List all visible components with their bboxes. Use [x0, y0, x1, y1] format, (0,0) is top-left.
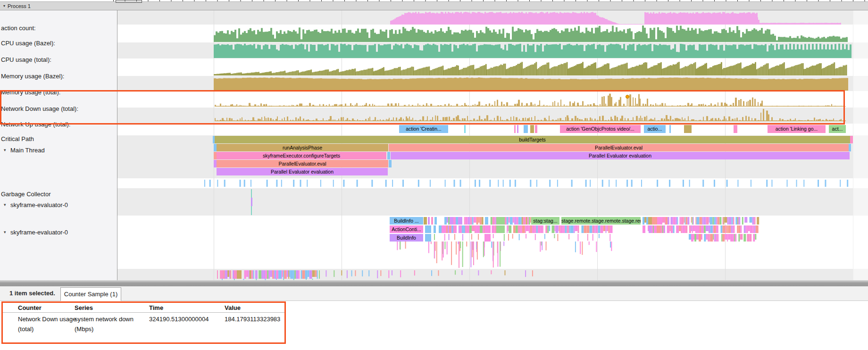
timeline-slice-tick[interactable] [431, 217, 433, 225]
collapse-arrow-icon[interactable]: ▾ [0, 148, 10, 152]
table-header-divider [3, 312, 284, 313]
timeline-slice[interactable]: Parallel Evaluator evaluation [217, 168, 388, 175]
track-row-background [117, 10, 868, 25]
cell-time: 324190.51300000004 [149, 316, 209, 323]
timeline-slice[interactable]: runAnalysisPhase [217, 144, 388, 151]
timeline-slice-tick[interactable] [496, 225, 505, 233]
track-label: Memory usage (Bazel): [1, 73, 64, 80]
timeline-slice-tick[interactable] [684, 125, 692, 133]
timeline-slice-tick[interactable] [734, 125, 737, 133]
timeline-slice-tick[interactable] [524, 125, 528, 133]
timeline-slice-tick[interactable] [425, 225, 431, 233]
timeline-slice[interactable]: ParallelEvaluator.eval [217, 160, 388, 167]
timeline-end-fade [853, 10, 868, 280]
sidebar-track-memory-usage-bazel[interactable]: Memory usage (Bazel): [0, 71, 117, 81]
sidebar-track-critical-path[interactable]: Critical Path [0, 134, 117, 143]
sidebar-track-memory-usage-total[interactable]: Memory usage (total): [0, 87, 117, 97]
collapse-arrow-icon[interactable]: ▾ [0, 230, 10, 234]
timeline-slice-tick[interactable] [387, 152, 390, 159]
sidebar-track-garbage-collector[interactable]: Garbage Collector [0, 189, 117, 199]
timeline-slice-tick[interactable] [849, 144, 851, 151]
track-label: skyframe-evaluator-0 [10, 201, 68, 208]
timeline-slice-tick[interactable] [434, 217, 437, 225]
sidebar-track-action-count[interactable]: action count: [0, 23, 117, 33]
track-row-background [117, 269, 868, 280]
analysis-panel: Counter Series Time Value Network Down u… [0, 301, 868, 350]
timeline-slice-tick[interactable] [428, 217, 430, 225]
timeline-slice-tick[interactable] [424, 217, 427, 225]
timeline-slice-tick[interactable] [669, 125, 671, 133]
timeline-slice[interactable]: stag:stag... [531, 217, 559, 225]
track-label: skyframe-evaluator-0 [10, 229, 68, 236]
timeline-slice[interactable]: BuildInfo ... [390, 217, 423, 225]
track-label: Main Thread [10, 147, 45, 154]
timeline-slice-tick[interactable] [425, 234, 431, 242]
track-label: Garbage Collector [1, 191, 51, 198]
track-row-background [117, 42, 868, 58]
timeline-slice[interactable]: act... [829, 125, 846, 133]
track-label: CPU usage (Bazel): [1, 40, 55, 47]
timeline-slice-tick[interactable] [484, 234, 491, 242]
track-label: Network Down usage (total): [1, 105, 78, 112]
trace-viewer: ▾ Process 1 action count:CPU usage (Baze… [0, 0, 868, 350]
timeline-ruler[interactable] [116, 0, 142, 3]
cell-counter-line1: Network Down usage [18, 316, 76, 323]
timeline-slice[interactable]: ParallelEvaluator.eval [389, 144, 849, 151]
timeline-slice[interactable]: action 'GenObjcProtos video/... [560, 125, 641, 133]
track-row-background [117, 108, 868, 124]
cell-counter-line2: (total) [18, 325, 33, 333]
track-label: Critical Path [1, 135, 34, 142]
collapse-arrow-icon[interactable]: ▾ [0, 202, 10, 207]
timeline-slice[interactable]: BuildInfo [390, 234, 423, 242]
sidebar-track-network-up-usage-total[interactable]: Network Up usage (total): [0, 119, 117, 129]
sidebar-track-main-thread[interactable]: ▾Main Thread [0, 145, 117, 155]
timeline-slice[interactable]: stage.remote.stage.remote.stage.remot... [561, 217, 641, 225]
timeline-slice[interactable]: ActionConti... [390, 225, 423, 233]
timeline-slice[interactable]: actio... [644, 125, 666, 133]
timeline-slice-tick[interactable] [389, 160, 392, 167]
cell-series-line1: system network down [75, 316, 134, 323]
timeline-slice-tick[interactable] [464, 125, 466, 133]
sidebar-track-skyframe-evaluator-0[interactable]: ▾skyframe-evaluator-0 [0, 227, 117, 237]
sidebar-track-cpu-usage-total[interactable]: CPU usage (total): [0, 55, 117, 64]
timeline-slice[interactable]: action 'Creatin... [399, 125, 448, 133]
track-row-background [117, 188, 868, 216]
sidebar-track-skyframe-evaluator-0[interactable]: ▾skyframe-evaluator-0 [0, 200, 117, 209]
timeline-slice-tick[interactable] [496, 217, 505, 225]
panel-splitter[interactable] [0, 280, 868, 286]
selected-sample-marker[interactable] [626, 95, 629, 99]
track-row-background [117, 76, 868, 91]
timeline-slice-tick[interactable] [530, 125, 534, 133]
table-header-value[interactable]: Value [225, 304, 241, 311]
timeline-slice-tick[interactable] [514, 125, 516, 133]
table-header-series[interactable]: Series [75, 304, 93, 311]
timeline-slice-tick[interactable] [517, 125, 518, 133]
timeline-slice[interactable]: buildTargets [215, 136, 850, 143]
selection-status: 1 item selected. [9, 286, 55, 300]
timeline-slice-tick[interactable] [535, 125, 537, 133]
timeline-slice[interactable]: skyframeExecutor.configureTargets [217, 152, 386, 159]
tab-counter-sample[interactable]: Counter Sample (1) [60, 287, 121, 301]
timeline-slice-tick[interactable] [484, 225, 491, 233]
timeline-slice[interactable]: action 'Linking go... [768, 125, 826, 133]
collapse-arrow-icon[interactable]: ▾ [3, 4, 5, 8]
track-labels-sidebar: action count:CPU usage (Bazel):CPU usage… [0, 10, 117, 280]
timeline-slice[interactable]: Parallel Evaluator evaluation [391, 152, 850, 159]
timeline-slice-tick[interactable] [434, 225, 436, 233]
analysis-tab-bar: 1 item selected. Counter Sample (1) [0, 286, 868, 301]
track-label: Memory usage (total): [1, 89, 60, 96]
cell-series-line2: (Mbps) [75, 325, 93, 333]
track-label: action count: [1, 25, 36, 32]
track-label: Network Up usage (total): [1, 121, 70, 128]
sidebar-track-cpu-usage-bazel[interactable]: CPU usage (Bazel): [0, 38, 117, 48]
cell-value: 184.1793113323983 [225, 316, 280, 323]
table-header-counter[interactable]: Counter [18, 304, 42, 311]
track-label: CPU usage (total): [1, 56, 51, 63]
process-title: Process 1 [8, 3, 31, 9]
table-header-time[interactable]: Time [149, 304, 163, 311]
sidebar-track-network-down-usage-total[interactable]: Network Down usage (total): [0, 104, 117, 113]
